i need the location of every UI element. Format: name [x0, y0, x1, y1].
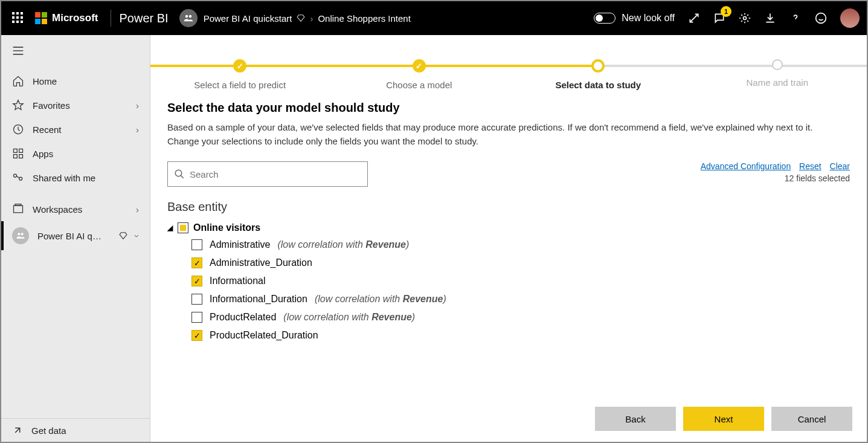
field-tree: ◢ Online visitors Administrative(low cor…: [167, 220, 850, 344]
svg-rect-10: [15, 204, 21, 206]
field-checkbox[interactable]: [191, 239, 202, 250]
sidebar-item-recent[interactable]: Recent ›: [1, 117, 150, 141]
sidebar-item-label: Shared with me: [33, 173, 95, 183]
sidebar-item-label: Get data: [31, 425, 66, 436]
fullscreen-icon[interactable]: [688, 12, 700, 24]
step-predict[interactable]: Select a field to predict: [150, 59, 330, 90]
svg-rect-3: [14, 149, 18, 153]
search-field[interactable]: [167, 161, 368, 187]
svg-point-7: [14, 174, 17, 177]
next-button[interactable]: Next: [683, 407, 764, 431]
field-checkbox[interactable]: ✓: [191, 276, 202, 286]
feedback-smile-icon[interactable]: [815, 12, 827, 24]
field-name: Informational_Duration: [210, 294, 307, 305]
step-label: Name and train: [688, 77, 867, 88]
entity-row[interactable]: ◢ Online visitors: [167, 220, 844, 236]
sidebar-item-label: Power BI AI q…: [37, 231, 111, 241]
field-hint: (low correlation with Revenue): [315, 294, 446, 305]
field-hint: (low correlation with Revenue): [277, 239, 409, 250]
step-model[interactable]: Choose a model: [330, 59, 509, 90]
page-description: Based on a sample of your data, we've se…: [167, 121, 838, 148]
field-checkbox[interactable]: ✓: [191, 330, 202, 341]
entity-checkbox[interactable]: [178, 222, 188, 233]
cancel-button[interactable]: Cancel: [771, 407, 852, 431]
field-checkbox[interactable]: ✓: [191, 257, 202, 268]
chevron-right-icon: ›: [136, 124, 139, 135]
field-name: Informational: [210, 276, 266, 286]
chevron-right-icon: ›: [136, 100, 139, 111]
sidebar-item-label: Recent: [33, 124, 62, 135]
sidebar-item-label: Apps: [33, 149, 53, 159]
svg-point-1: [816, 13, 826, 24]
field-row[interactable]: ProductRelated(low correlation with Reve…: [167, 308, 844, 326]
sidebar-item-shared[interactable]: Shared with me: [1, 166, 150, 190]
step-dot-icon: [591, 59, 605, 73]
svg-point-0: [744, 17, 747, 20]
breadcrumb-sep: ›: [310, 13, 313, 24]
field-name: ProductRelated_Duration: [210, 330, 318, 341]
chevron-right-icon: ›: [136, 204, 139, 215]
svg-rect-9: [14, 205, 23, 213]
search-icon: [174, 169, 185, 179]
back-button[interactable]: Back: [595, 407, 676, 431]
step-dot-icon: [233, 59, 246, 73]
step-data[interactable]: Select data to study: [509, 59, 688, 90]
notification-badge: 1: [721, 6, 731, 17]
workspace-avatar-icon: [179, 9, 198, 27]
workspace-avatar-icon: [12, 227, 29, 244]
search-input[interactable]: [190, 169, 361, 179]
microsoft-logo-icon: [35, 12, 47, 24]
sidebar: Home Favorites › Recent › Apps Shared wi…: [1, 35, 150, 442]
breadcrumb-workspace[interactable]: Power BI AI quickstart: [204, 13, 292, 24]
field-row[interactable]: ✓ProductRelated_Duration: [167, 326, 844, 344]
field-row[interactable]: Informational_Duration(low correlation w…: [167, 290, 844, 308]
chevron-down-icon[interactable]: ›: [132, 234, 143, 238]
step-train: Name and train: [688, 59, 867, 88]
sidebar-item-favorites[interactable]: Favorites ›: [1, 93, 150, 117]
entity-name: Online visitors: [193, 222, 260, 233]
svg-rect-5: [14, 155, 18, 158]
svg-point-8: [19, 177, 22, 180]
app-name[interactable]: Power BI: [120, 11, 169, 25]
field-row[interactable]: ✓Informational: [167, 272, 844, 290]
settings-gear-icon[interactable]: [739, 12, 751, 24]
field-row[interactable]: Administrative(low correlation with Reve…: [167, 236, 844, 254]
wizard-stepper: Select a field to predict Choose a model…: [150, 35, 867, 90]
link-clear[interactable]: Clear: [830, 161, 850, 171]
sidebar-item-label: Home: [33, 76, 57, 86]
field-checkbox[interactable]: [191, 294, 202, 305]
download-icon[interactable]: [764, 12, 776, 24]
wizard-buttons: Back Next Cancel: [595, 407, 852, 431]
breadcrumb-page: Online Shoppers Intent: [318, 13, 410, 24]
field-row[interactable]: ✓Administrative_Duration: [167, 254, 844, 272]
sidebar-item-workspaces[interactable]: Workspaces ›: [1, 197, 150, 221]
svg-rect-6: [19, 155, 23, 158]
new-look-toggle[interactable]: New look off: [594, 13, 675, 24]
premium-diamond-icon: [297, 14, 305, 22]
field-checkbox[interactable]: [191, 312, 202, 323]
collapse-icon[interactable]: ◢: [167, 224, 173, 232]
premium-diamond-icon: [119, 231, 127, 240]
brand-label: Microsoft: [52, 12, 98, 24]
sidebar-collapse-button[interactable]: [1, 41, 150, 63]
page-title: Select the data your model should study: [167, 101, 850, 115]
sidebar-item-apps[interactable]: Apps: [1, 141, 150, 166]
user-avatar[interactable]: [840, 8, 860, 28]
main-content: Select a field to predict Choose a model…: [150, 35, 867, 442]
step-label: Choose a model: [330, 80, 509, 90]
field-hint: (low correlation with Revenue): [283, 312, 415, 323]
link-advanced-config[interactable]: Advanced Configuration: [701, 161, 791, 171]
top-bar: Microsoft Power BI Power BI AI quickstar…: [1, 1, 867, 35]
sidebar-item-current-workspace[interactable]: Power BI AI q… ›: [1, 221, 150, 250]
step-label: Select data to study: [509, 80, 688, 90]
fields-selected-count: 12 fields selected: [695, 173, 850, 183]
sidebar-item-getdata[interactable]: Get data: [1, 419, 150, 442]
svg-point-11: [175, 170, 182, 176]
sidebar-item-home[interactable]: Home: [1, 69, 150, 93]
link-reset[interactable]: Reset: [799, 161, 821, 171]
notification-icon[interactable]: 1: [713, 12, 725, 24]
app-launcher-icon[interactable]: [12, 12, 24, 24]
base-entity-heading: Base entity: [167, 200, 850, 214]
help-icon[interactable]: [789, 12, 802, 24]
field-name: Administrative: [210, 239, 270, 250]
